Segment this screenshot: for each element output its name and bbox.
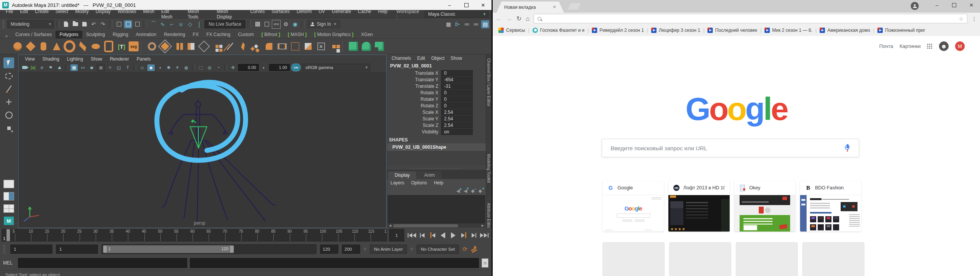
multicut-icon[interactable] bbox=[224, 41, 236, 53]
shelf-tab-mash[interactable]: [ MASH ] bbox=[284, 31, 310, 38]
shelf-tab-polygons[interactable]: Polygons bbox=[56, 31, 82, 38]
panel-menu-panels[interactable]: Panels bbox=[133, 56, 154, 62]
channel-menu-edit[interactable]: Edit bbox=[414, 56, 428, 61]
chevron-down-icon[interactable]: ▽ bbox=[410, 247, 413, 251]
select-tool-icon[interactable] bbox=[3, 58, 14, 68]
move-tool-icon[interactable] bbox=[3, 97, 14, 107]
shape-name[interactable]: PVW_02_UB_0001Shape bbox=[387, 143, 486, 151]
maya-close-button[interactable]: ✕ bbox=[475, 0, 492, 10]
bookmark-пожизненный-приг[interactable]: Пожизненный приг bbox=[875, 28, 928, 33]
maya-menu-mesh-display[interactable]: Mesh Display bbox=[213, 9, 247, 20]
new-tab-button[interactable] bbox=[568, 3, 581, 10]
poly-text-icon[interactable]: [T] bbox=[116, 41, 127, 53]
shelf-tab-xgen[interactable]: XGen bbox=[357, 31, 377, 38]
sculpt-smooth-icon[interactable] bbox=[360, 41, 372, 53]
use-all-lights-icon[interactable]: ❋ bbox=[165, 64, 172, 71]
drag-handle[interactable] bbox=[3, 245, 5, 253]
browser-menu-icon[interactable]: ⋮ bbox=[972, 16, 977, 22]
layer-menu-options[interactable]: Options bbox=[408, 180, 430, 186]
bookmark-мик-2-сезон-1-8[interactable]: Мик 2 сезон 1 — 8. bbox=[762, 28, 815, 33]
maya-menu-help[interactable]: Help bbox=[375, 9, 391, 20]
move-layer-up-icon[interactable]: ◀▲ bbox=[456, 188, 460, 194]
shelf-tab-rigging[interactable]: Rigging bbox=[109, 31, 132, 38]
sculpt-grab-icon[interactable] bbox=[347, 41, 359, 53]
divider[interactable] bbox=[56, 20, 60, 28]
move-layer-down-icon[interactable]: ◀▼ bbox=[464, 188, 467, 194]
shadows-icon[interactable]: ☀ bbox=[174, 64, 181, 71]
placeholder-tile[interactable] bbox=[802, 242, 864, 276]
bookmark-люцифер-3-сезон-1[interactable]: Люцифер 3 сезон 1 bbox=[648, 28, 703, 33]
snap-projected-icon[interactable]: ∪ bbox=[177, 20, 185, 28]
maya-menu-mesh[interactable]: Mesh bbox=[140, 9, 158, 20]
shelf-tab-motion-graphics[interactable]: [ Motion Graphics ] bbox=[310, 31, 357, 38]
address-bar[interactable]: ☆ bbox=[534, 14, 967, 23]
gamma-field[interactable]: 1.00 bbox=[269, 64, 290, 71]
grid-toggle-icon[interactable]: ▦ bbox=[70, 64, 78, 71]
animation-preferences-icon[interactable] bbox=[471, 246, 477, 252]
view-transform-select[interactable]: sRGB gamma ▼ bbox=[302, 64, 370, 71]
maya-menu-windows[interactable]: Windows bbox=[114, 9, 140, 20]
go-to-start-button[interactable] bbox=[408, 231, 416, 240]
cage-icon[interactable] bbox=[289, 41, 301, 53]
snap-curve-icon[interactable]: ∿ bbox=[158, 20, 167, 28]
x-frame-icon[interactable] bbox=[315, 41, 327, 53]
range-slider[interactable]: 1 120 bbox=[101, 244, 317, 254]
maya-menu-display[interactable]: Display bbox=[92, 9, 114, 20]
voice-search-icon[interactable] bbox=[844, 144, 850, 152]
anti-alias-icon[interactable]: ◎ bbox=[206, 64, 213, 71]
maya-menu-surfaces[interactable]: Surfaces bbox=[268, 9, 293, 20]
channel-value[interactable]: -654 bbox=[441, 77, 473, 83]
home-icon[interactable]: ⌂ bbox=[526, 15, 529, 22]
divider[interactable] bbox=[248, 20, 251, 28]
paint-select-tool-icon[interactable] bbox=[3, 84, 14, 94]
single-pane-layout-icon[interactable] bbox=[3, 180, 14, 188]
modeling-toolkit-toggle-icon[interactable]: ▦ bbox=[444, 20, 452, 28]
live-surface-field[interactable]: No Live Surface bbox=[204, 20, 245, 28]
divider[interactable] bbox=[109, 20, 113, 28]
time-slider[interactable]: 1 51015202530354045505560657075808590951… bbox=[2, 229, 387, 242]
maya-menu-modify[interactable]: Modify bbox=[72, 9, 92, 20]
channel-value[interactable]: 0 bbox=[441, 70, 473, 76]
gmail-link[interactable]: Почта bbox=[879, 43, 893, 49]
channel-value[interactable]: 2.54 bbox=[441, 109, 473, 115]
shelf-tab-animation[interactable]: Animation bbox=[132, 31, 160, 38]
undo-icon[interactable]: ↶ bbox=[90, 20, 98, 28]
channel-value[interactable]: 0 bbox=[441, 90, 473, 96]
range-end-handle[interactable] bbox=[230, 246, 234, 253]
shelf-tab-custom[interactable]: Custom bbox=[234, 31, 258, 38]
playback-end-field[interactable]: 120 bbox=[320, 245, 338, 254]
ipr-render-icon[interactable]: IPR bbox=[272, 20, 281, 29]
maya-menu-uv[interactable]: UV bbox=[315, 9, 328, 20]
maya-menu-create[interactable]: Create bbox=[31, 9, 52, 20]
poly-torus-icon[interactable] bbox=[64, 41, 75, 53]
maya-minimize-button[interactable]: – bbox=[441, 0, 458, 10]
panel-menu-renderer[interactable]: Renderer bbox=[106, 56, 132, 62]
shortcut-tile-google[interactable]: GGoogleGoogle bbox=[603, 181, 664, 232]
four-pane-layout-icon[interactable] bbox=[3, 204, 14, 213]
camera-select-icon[interactable] bbox=[21, 64, 28, 71]
shelf-tab-fx-caching[interactable]: FX Caching bbox=[203, 31, 234, 38]
shortcut-tile-bdo[interactable]: BBDO Fashion bbox=[800, 181, 861, 232]
current-frame-field[interactable]: 1 bbox=[389, 229, 404, 242]
bookmark-ривердейл-2-сезон-1[interactable]: Ривердейл 2 сезон 1 bbox=[589, 28, 647, 33]
poly-plane-icon[interactable] bbox=[77, 41, 88, 53]
refresh-icon[interactable]: ↻ bbox=[516, 15, 521, 22]
channel-value[interactable]: 0 bbox=[441, 103, 473, 109]
channel-value[interactable]: -31 bbox=[441, 83, 473, 89]
tab-close-icon[interactable]: ✕ bbox=[553, 5, 556, 10]
poly-cone-icon[interactable] bbox=[51, 41, 62, 53]
poly-disc-icon[interactable] bbox=[90, 41, 101, 53]
isolate-select-icon[interactable]: ⬚ bbox=[197, 64, 204, 71]
panel-menu-show[interactable]: Show bbox=[87, 56, 106, 62]
channel-value[interactable]: on bbox=[441, 129, 473, 135]
shortcut-tile-okey[interactable]: Okey bbox=[734, 181, 795, 232]
bevel-icon[interactable] bbox=[263, 41, 275, 53]
pane-splitter[interactable]: .............................. bbox=[387, 165, 486, 170]
images-link[interactable]: Картинки bbox=[900, 43, 921, 49]
select-component-icon[interactable] bbox=[133, 20, 141, 28]
chevron-down-icon[interactable]: ▽ bbox=[364, 247, 366, 251]
film-gate-icon[interactable]: ▭ bbox=[79, 64, 87, 71]
menu-set-select[interactable]: Modeling ▼ bbox=[7, 20, 54, 28]
mel-label[interactable]: MEL bbox=[3, 260, 15, 266]
forward-icon[interactable]: → bbox=[506, 15, 512, 22]
